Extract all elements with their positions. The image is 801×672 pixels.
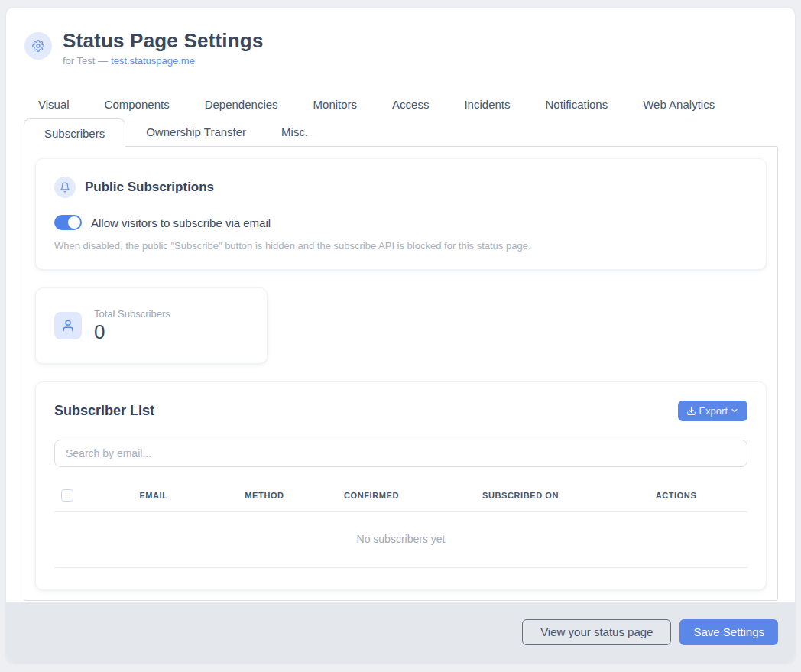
tab-misc[interactable]: Misc. <box>267 118 323 146</box>
tab-visual[interactable]: Visual <box>24 92 84 118</box>
tab-web-analytics[interactable]: Web Analytics <box>628 92 729 118</box>
subscriber-list-title: Subscriber List <box>54 403 154 419</box>
total-subscribers-value: 0 <box>94 321 170 343</box>
footer-bar: View your status page Save Settings <box>6 602 795 662</box>
user-icon <box>54 312 82 339</box>
empty-state: No subscribers yet <box>54 512 747 568</box>
tab-dependencies[interactable]: Dependencies <box>190 92 293 118</box>
column-header-method: METHOD <box>222 491 306 500</box>
page-subtitle: for Test —test.statuspage.me <box>63 55 264 67</box>
public-subscriptions-card: Public Subscriptions Allow visitors to s… <box>35 158 767 270</box>
status-page-link[interactable]: test.statuspage.me <box>111 55 195 67</box>
table-header-row: EMAILMETHODCONFIRMEDSUBSCRIBED ONACTIONS <box>54 482 747 512</box>
subscribe-toggle-label: Allow visitors to subscribe via email <box>91 216 271 229</box>
public-subscriptions-header: Public Subscriptions <box>54 177 747 198</box>
tab-monitors[interactable]: Monitors <box>299 92 372 118</box>
subscriber-list-card: Subscriber List Export <box>35 381 767 590</box>
column-header-confirmed: CONFIRMED <box>306 491 436 500</box>
save-settings-button[interactable]: Save Settings <box>679 619 778 645</box>
export-button[interactable]: Export <box>678 401 747 421</box>
total-subscribers-text: Total Subscribers 0 <box>94 308 170 343</box>
settings-window: Status Page Settings for Test —test.stat… <box>6 8 795 662</box>
select-all-checkbox[interactable] <box>61 489 73 502</box>
public-subscriptions-title: Public Subscriptions <box>85 180 214 195</box>
subscriber-list-header: Subscriber List Export <box>54 401 747 421</box>
subscribe-toggle[interactable] <box>54 215 82 230</box>
page-header-text: Status Page Settings for Test —test.stat… <box>63 29 264 67</box>
select-all-cell <box>54 489 85 502</box>
subscribe-helper-text: When disabled, the public "Subscribe" bu… <box>54 240 747 252</box>
chevron-down-icon <box>730 406 739 415</box>
tab-incidents[interactable]: Incidents <box>449 92 524 118</box>
column-header-subscribed-on: SUBSCRIBED ON <box>436 491 605 500</box>
settings-body: Status Page Settings for Test —test.stat… <box>6 8 795 602</box>
tab-row-primary: VisualComponentsDependenciesMonitorsAcce… <box>24 92 778 118</box>
search-input[interactable] <box>54 440 747 467</box>
view-status-page-button[interactable]: View your status page <box>522 619 671 645</box>
subscribers-tab-panel: Public Subscriptions Allow visitors to s… <box>24 146 778 601</box>
tab-ownership-transfer[interactable]: Ownership Transfer <box>131 118 261 146</box>
settings-tabs: VisualComponentsDependenciesMonitorsAcce… <box>23 92 778 601</box>
subscribe-toggle-row: Allow visitors to subscribe via email <box>54 215 747 230</box>
tab-notifications[interactable]: Notifications <box>531 92 623 118</box>
gear-icon <box>24 32 52 60</box>
download-icon <box>686 406 696 416</box>
tab-access[interactable]: Access <box>378 92 443 118</box>
page-header: Status Page Settings for Test —test.stat… <box>23 29 778 67</box>
page-title: Status Page Settings <box>63 29 264 53</box>
tab-row-secondary: SubscribersOwnership TransferMisc. <box>24 118 778 146</box>
subtitle-prefix: for Test — <box>63 55 108 67</box>
total-subscribers-label: Total Subscribers <box>94 308 170 320</box>
column-header-email: EMAIL <box>85 491 222 500</box>
tab-components[interactable]: Components <box>90 92 184 118</box>
column-header-actions: ACTIONS <box>605 491 747 500</box>
total-subscribers-card: Total Subscribers 0 <box>35 287 268 364</box>
tab-subscribers[interactable]: Subscribers <box>24 118 125 147</box>
bell-icon <box>54 177 76 198</box>
export-button-label: Export <box>699 405 728 417</box>
toggle-knob <box>68 216 80 229</box>
